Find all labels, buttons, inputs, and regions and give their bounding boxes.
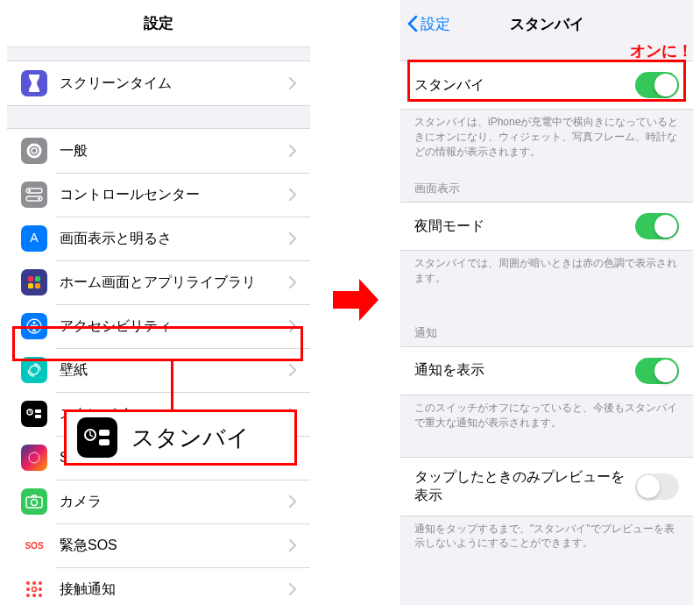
row-label: 壁紙 xyxy=(60,361,289,380)
home-icon xyxy=(21,269,47,295)
chevron-right-icon xyxy=(289,320,296,332)
group-footer: このスイッチがオフになっていると、今後もスタンバイで重大な通知が表示されます。 xyxy=(400,395,693,431)
standby-settings-screen: 設定 スタンバイ スタンバイ スタンバイは、iPhoneが充電中で横向きになって… xyxy=(400,0,693,605)
toggle-knob xyxy=(637,475,660,498)
tap-preview-toggle[interactable] xyxy=(635,473,679,500)
row-label: 通知を表示 xyxy=(414,361,635,380)
svg-point-28 xyxy=(32,594,36,597)
row-label: 接触通知 xyxy=(60,580,289,599)
group-footer: スタンバイでは、周囲が暗いときは赤の色調で表示されます。 xyxy=(400,251,693,286)
svg-rect-8 xyxy=(35,276,40,281)
toggle-knob xyxy=(654,359,677,382)
row-label: 一般 xyxy=(60,142,289,160)
brightness-icon: A xyxy=(21,225,47,252)
row-label: アクセシビリティ xyxy=(60,317,289,336)
svg-point-3 xyxy=(28,189,31,192)
row-camera[interactable]: カメラ xyxy=(7,480,310,523)
row-screen-time[interactable]: スクリーンタイム xyxy=(7,61,310,105)
enlarged-callout: スタンバイ xyxy=(64,409,297,466)
hourglass-icon xyxy=(21,70,47,96)
exposure-icon xyxy=(21,576,47,602)
toggle-knob xyxy=(654,74,677,96)
svg-point-21 xyxy=(26,581,30,585)
annotation-on: オンに！ xyxy=(630,40,693,61)
settings-group-2: 一般 コントロールセンター A 画面表示と明るさ xyxy=(7,128,310,605)
svg-point-26 xyxy=(39,587,42,591)
back-button[interactable]: 設定 xyxy=(407,14,450,34)
chevron-right-icon xyxy=(289,364,296,376)
standby-icon xyxy=(77,417,117,458)
svg-point-25 xyxy=(32,587,37,592)
settings-main-screen: 設定 スクリーンタイム 一般 xyxy=(7,0,310,605)
gear-icon xyxy=(21,138,47,164)
standby-group-2: 夜間モード xyxy=(400,202,693,251)
chevron-right-icon xyxy=(289,145,296,157)
row-label: スクリーンタイム xyxy=(60,75,289,93)
row-night-mode[interactable]: 夜間モード xyxy=(400,203,693,250)
svg-rect-16 xyxy=(35,409,41,413)
highlight-connector xyxy=(171,360,173,413)
wallpaper-icon xyxy=(21,357,47,383)
accessibility-icon xyxy=(21,313,47,339)
group-header-notifications: 通知 xyxy=(400,325,693,346)
row-tap-preview[interactable]: タップしたときのみプレビューを表示 xyxy=(400,458,693,516)
row-wallpaper[interactable]: 壁紙 xyxy=(7,348,310,392)
svg-rect-10 xyxy=(35,283,40,288)
standby-group-3: 通知を表示 xyxy=(400,346,693,395)
row-label: タップしたときのみプレビューを表示 xyxy=(414,468,635,505)
row-label: カメラ xyxy=(60,493,289,511)
svg-point-0 xyxy=(28,145,40,157)
row-accessibility[interactable]: アクセシビリティ xyxy=(7,304,310,348)
svg-rect-9 xyxy=(28,283,33,288)
nav-bar: 設定 xyxy=(7,0,310,47)
svg-point-18 xyxy=(29,452,39,463)
group-footer: 通知をタップするまで、"スタンバイ"でプレビューを表示しないようにすることができ… xyxy=(400,516,693,552)
svg-point-22 xyxy=(32,581,36,585)
chevron-right-icon xyxy=(289,276,296,288)
row-standby-toggle[interactable]: スタンバイ xyxy=(400,61,693,109)
svg-text:A: A xyxy=(30,231,39,245)
switches-icon xyxy=(21,182,47,208)
group-footer: スタンバイは、iPhoneが充電中で横向きになっているときにオンになり、ウィジェ… xyxy=(400,110,693,159)
row-display[interactable]: A 画面表示と明るさ xyxy=(7,217,310,260)
camera-icon xyxy=(21,488,47,515)
chevron-right-icon xyxy=(289,495,296,508)
back-label: 設定 xyxy=(421,14,450,34)
notifications-toggle[interactable] xyxy=(635,358,679,384)
arrow-icon xyxy=(331,275,380,324)
row-label: 画面表示と明るさ xyxy=(60,230,289,248)
row-show-notifications[interactable]: 通知を表示 xyxy=(400,347,693,395)
row-label: コントロールセンター xyxy=(60,186,289,204)
svg-point-12 xyxy=(33,322,36,324)
standby-toggle[interactable] xyxy=(635,72,679,98)
svg-point-27 xyxy=(26,594,30,597)
nav-title: スタンバイ xyxy=(510,14,584,34)
svg-point-13 xyxy=(30,366,39,374)
siri-icon xyxy=(21,445,47,471)
chevron-right-icon xyxy=(289,232,296,245)
svg-point-24 xyxy=(26,587,30,591)
nav-title: 設定 xyxy=(144,13,173,33)
row-label: 夜間モード xyxy=(414,217,635,236)
group-header-display: 画面表示 xyxy=(400,181,693,202)
svg-rect-7 xyxy=(28,276,33,281)
row-sos[interactable]: SOS 緊急SOS xyxy=(7,523,310,567)
settings-group-1: スクリーンタイム xyxy=(7,60,310,106)
standby-icon xyxy=(21,401,47,427)
svg-point-23 xyxy=(39,581,42,585)
row-general[interactable]: 一般 xyxy=(7,129,310,173)
chevron-right-icon xyxy=(289,77,296,89)
svg-rect-34 xyxy=(99,430,110,436)
svg-point-20 xyxy=(32,500,38,506)
row-home-screen[interactable]: ホーム画面とアプリライブラリ xyxy=(7,260,310,304)
chevron-right-icon xyxy=(289,583,296,595)
row-exposure[interactable]: 接触通知 xyxy=(7,567,310,605)
settings-list: スクリーンタイム 一般 コントロールセンター A xyxy=(7,60,310,605)
enlarged-label: スタンバイ xyxy=(131,423,250,453)
chevron-right-icon xyxy=(289,189,296,201)
standby-group-1: スタンバイ xyxy=(400,60,693,110)
sos-icon: SOS xyxy=(21,532,47,559)
toggle-knob xyxy=(654,215,677,238)
row-control-center[interactable]: コントロールセンター xyxy=(7,173,310,217)
night-mode-toggle[interactable] xyxy=(635,213,679,239)
